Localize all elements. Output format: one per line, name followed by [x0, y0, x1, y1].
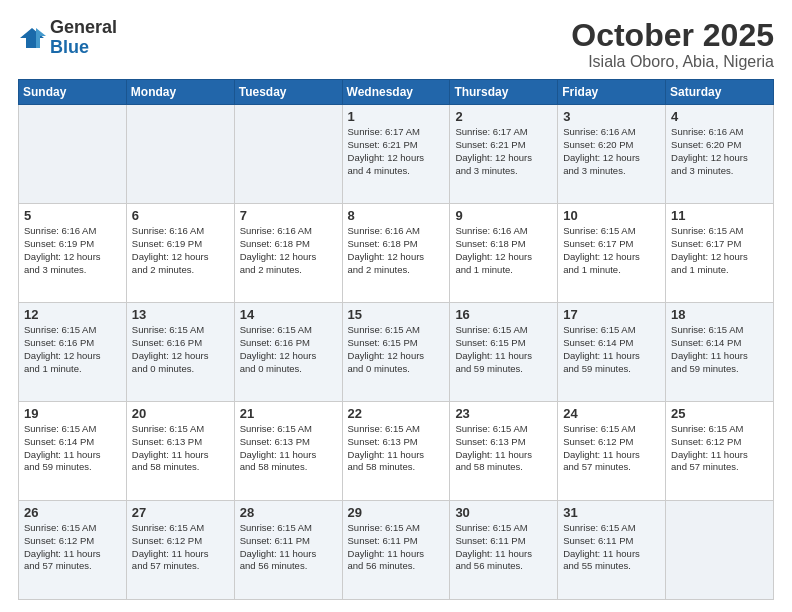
day-number: 10 [563, 208, 660, 223]
day-number: 9 [455, 208, 552, 223]
day-number: 28 [240, 505, 337, 520]
day-number: 3 [563, 109, 660, 124]
calendar-cell [126, 105, 234, 204]
day-info: Sunrise: 6:15 AMSunset: 6:13 PMDaylight:… [240, 423, 337, 474]
main-title: October 2025 [571, 18, 774, 53]
weekday-header-friday: Friday [558, 80, 666, 105]
day-number: 19 [24, 406, 121, 421]
day-number: 6 [132, 208, 229, 223]
calendar-cell: 18Sunrise: 6:15 AMSunset: 6:14 PMDayligh… [666, 303, 774, 402]
weekday-header-tuesday: Tuesday [234, 80, 342, 105]
calendar-cell: 15Sunrise: 6:15 AMSunset: 6:15 PMDayligh… [342, 303, 450, 402]
calendar-cell: 22Sunrise: 6:15 AMSunset: 6:13 PMDayligh… [342, 402, 450, 501]
calendar-cell: 2Sunrise: 6:17 AMSunset: 6:21 PMDaylight… [450, 105, 558, 204]
day-info: Sunrise: 6:17 AMSunset: 6:21 PMDaylight:… [348, 126, 445, 177]
calendar-cell: 4Sunrise: 6:16 AMSunset: 6:20 PMDaylight… [666, 105, 774, 204]
subtitle: Isiala Oboro, Abia, Nigeria [571, 53, 774, 71]
calendar-cell: 23Sunrise: 6:15 AMSunset: 6:13 PMDayligh… [450, 402, 558, 501]
calendar-week-4: 19Sunrise: 6:15 AMSunset: 6:14 PMDayligh… [19, 402, 774, 501]
calendar-cell: 17Sunrise: 6:15 AMSunset: 6:14 PMDayligh… [558, 303, 666, 402]
day-info: Sunrise: 6:15 AMSunset: 6:14 PMDaylight:… [24, 423, 121, 474]
day-info: Sunrise: 6:15 AMSunset: 6:11 PMDaylight:… [563, 522, 660, 573]
weekday-header-saturday: Saturday [666, 80, 774, 105]
page: General Blue October 2025 Isiala Oboro, … [0, 0, 792, 612]
day-info: Sunrise: 6:15 AMSunset: 6:15 PMDaylight:… [455, 324, 552, 375]
weekday-header-sunday: Sunday [19, 80, 127, 105]
day-info: Sunrise: 6:16 AMSunset: 6:20 PMDaylight:… [671, 126, 768, 177]
day-info: Sunrise: 6:15 AMSunset: 6:13 PMDaylight:… [455, 423, 552, 474]
svg-marker-1 [20, 28, 44, 48]
calendar-cell: 21Sunrise: 6:15 AMSunset: 6:13 PMDayligh… [234, 402, 342, 501]
day-number: 16 [455, 307, 552, 322]
day-number: 8 [348, 208, 445, 223]
calendar-cell: 29Sunrise: 6:15 AMSunset: 6:11 PMDayligh… [342, 501, 450, 600]
day-info: Sunrise: 6:15 AMSunset: 6:15 PMDaylight:… [348, 324, 445, 375]
day-number: 17 [563, 307, 660, 322]
logo: General Blue [18, 18, 117, 58]
day-number: 11 [671, 208, 768, 223]
day-info: Sunrise: 6:15 AMSunset: 6:13 PMDaylight:… [348, 423, 445, 474]
day-number: 13 [132, 307, 229, 322]
day-info: Sunrise: 6:16 AMSunset: 6:18 PMDaylight:… [240, 225, 337, 276]
day-number: 29 [348, 505, 445, 520]
day-info: Sunrise: 6:15 AMSunset: 6:12 PMDaylight:… [132, 522, 229, 573]
day-info: Sunrise: 6:15 AMSunset: 6:14 PMDaylight:… [563, 324, 660, 375]
calendar-cell [234, 105, 342, 204]
calendar-cell: 14Sunrise: 6:15 AMSunset: 6:16 PMDayligh… [234, 303, 342, 402]
day-info: Sunrise: 6:15 AMSunset: 6:16 PMDaylight:… [132, 324, 229, 375]
calendar-cell: 19Sunrise: 6:15 AMSunset: 6:14 PMDayligh… [19, 402, 127, 501]
calendar-cell: 16Sunrise: 6:15 AMSunset: 6:15 PMDayligh… [450, 303, 558, 402]
weekday-header-monday: Monday [126, 80, 234, 105]
calendar-cell: 5Sunrise: 6:16 AMSunset: 6:19 PMDaylight… [19, 204, 127, 303]
logo-text: General Blue [50, 18, 117, 58]
day-number: 7 [240, 208, 337, 223]
logo-general: General [50, 17, 117, 37]
day-info: Sunrise: 6:16 AMSunset: 6:18 PMDaylight:… [348, 225, 445, 276]
day-info: Sunrise: 6:16 AMSunset: 6:19 PMDaylight:… [132, 225, 229, 276]
calendar-cell: 8Sunrise: 6:16 AMSunset: 6:18 PMDaylight… [342, 204, 450, 303]
day-number: 31 [563, 505, 660, 520]
header: General Blue October 2025 Isiala Oboro, … [18, 18, 774, 71]
day-number: 30 [455, 505, 552, 520]
calendar-cell: 27Sunrise: 6:15 AMSunset: 6:12 PMDayligh… [126, 501, 234, 600]
calendar-cell: 25Sunrise: 6:15 AMSunset: 6:12 PMDayligh… [666, 402, 774, 501]
calendar-cell [19, 105, 127, 204]
day-info: Sunrise: 6:15 AMSunset: 6:16 PMDaylight:… [240, 324, 337, 375]
calendar-cell: 12Sunrise: 6:15 AMSunset: 6:16 PMDayligh… [19, 303, 127, 402]
calendar-cell: 24Sunrise: 6:15 AMSunset: 6:12 PMDayligh… [558, 402, 666, 501]
logo-blue: Blue [50, 37, 89, 57]
day-info: Sunrise: 6:17 AMSunset: 6:21 PMDaylight:… [455, 126, 552, 177]
calendar-week-2: 5Sunrise: 6:16 AMSunset: 6:19 PMDaylight… [19, 204, 774, 303]
calendar-cell: 30Sunrise: 6:15 AMSunset: 6:11 PMDayligh… [450, 501, 558, 600]
day-info: Sunrise: 6:15 AMSunset: 6:14 PMDaylight:… [671, 324, 768, 375]
day-number: 24 [563, 406, 660, 421]
weekday-header-wednesday: Wednesday [342, 80, 450, 105]
calendar-table: SundayMondayTuesdayWednesdayThursdayFrid… [18, 79, 774, 600]
day-number: 1 [348, 109, 445, 124]
day-info: Sunrise: 6:16 AMSunset: 6:20 PMDaylight:… [563, 126, 660, 177]
day-info: Sunrise: 6:15 AMSunset: 6:13 PMDaylight:… [132, 423, 229, 474]
day-info: Sunrise: 6:15 AMSunset: 6:16 PMDaylight:… [24, 324, 121, 375]
day-number: 14 [240, 307, 337, 322]
day-number: 15 [348, 307, 445, 322]
day-number: 22 [348, 406, 445, 421]
calendar-cell: 20Sunrise: 6:15 AMSunset: 6:13 PMDayligh… [126, 402, 234, 501]
day-number: 27 [132, 505, 229, 520]
calendar-week-5: 26Sunrise: 6:15 AMSunset: 6:12 PMDayligh… [19, 501, 774, 600]
calendar-cell [666, 501, 774, 600]
calendar-cell: 7Sunrise: 6:16 AMSunset: 6:18 PMDaylight… [234, 204, 342, 303]
day-number: 21 [240, 406, 337, 421]
day-number: 18 [671, 307, 768, 322]
day-info: Sunrise: 6:15 AMSunset: 6:17 PMDaylight:… [671, 225, 768, 276]
calendar-cell: 9Sunrise: 6:16 AMSunset: 6:18 PMDaylight… [450, 204, 558, 303]
calendar-week-3: 12Sunrise: 6:15 AMSunset: 6:16 PMDayligh… [19, 303, 774, 402]
day-info: Sunrise: 6:15 AMSunset: 6:12 PMDaylight:… [671, 423, 768, 474]
day-number: 23 [455, 406, 552, 421]
day-info: Sunrise: 6:15 AMSunset: 6:11 PMDaylight:… [348, 522, 445, 573]
calendar-cell: 11Sunrise: 6:15 AMSunset: 6:17 PMDayligh… [666, 204, 774, 303]
day-number: 25 [671, 406, 768, 421]
day-number: 12 [24, 307, 121, 322]
day-info: Sunrise: 6:15 AMSunset: 6:12 PMDaylight:… [563, 423, 660, 474]
calendar-cell: 3Sunrise: 6:16 AMSunset: 6:20 PMDaylight… [558, 105, 666, 204]
day-number: 4 [671, 109, 768, 124]
